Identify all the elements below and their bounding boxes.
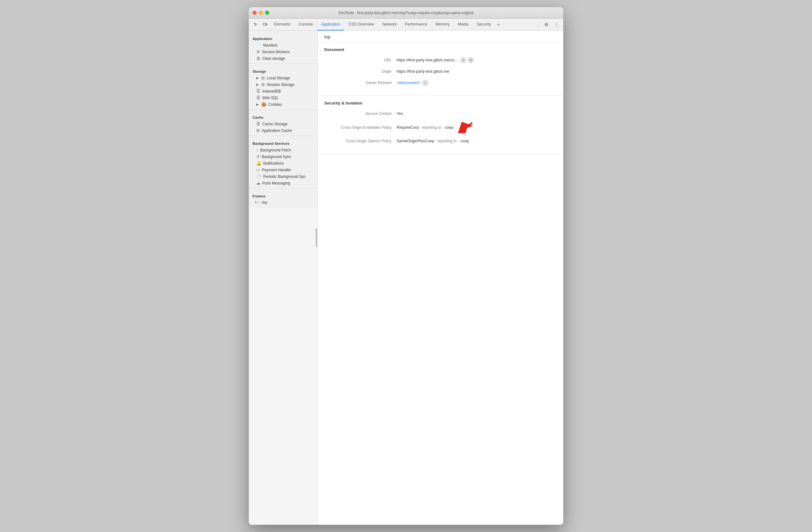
cookies-arrow-icon: ▶ — [256, 103, 259, 106]
owner-element-link[interactable]: <#document> — [396, 81, 420, 85]
sidebar-item-indexeddb[interactable]: 🗄 IndexedDB — [249, 88, 318, 95]
sidebar-item-clear-storage[interactable]: 🗑 Clear storage — [249, 55, 318, 62]
coop-reporting-value: coop — [460, 139, 469, 143]
coop-policy-value: SameOriginPlusCoep — [396, 139, 434, 143]
manifest-icon: 📄 — [256, 43, 261, 47]
cookies-icon: 🍪 — [261, 102, 266, 107]
device-toolbar-button[interactable] — [261, 20, 270, 29]
divider-1 — [249, 64, 318, 64]
indexeddb-icon: 🗄 — [256, 89, 260, 94]
sidebar-item-push-messaging[interactable]: ☁ Push Messaging — [249, 180, 318, 186]
more-tabs-button[interactable]: » — [495, 18, 502, 30]
coep-label: Cross-Origin Embedder Policy — [324, 125, 396, 130]
inspect-element-button[interactable] — [251, 20, 260, 29]
devtools-window: DevTools - first-party-test.glitch.me/co… — [249, 7, 563, 525]
svg-text:i: i — [425, 82, 426, 84]
page-title: top — [324, 34, 557, 39]
owner-element-label: Owner Element — [324, 81, 396, 85]
secure-context-field-row: Secure Context Yes — [324, 110, 557, 117]
sidebar-item-cache-storage[interactable]: 🗄 Cache Storage — [249, 121, 318, 127]
coop-reporting-label: reporting to: — [436, 139, 459, 143]
tab-network[interactable]: Network — [378, 18, 400, 30]
coop-value: SameOriginPlusCoep reporting to: coop — [396, 139, 469, 143]
document-section-title: Document — [324, 47, 557, 52]
session-storage-arrow-icon: ▶ — [256, 83, 259, 86]
sidebar-section-application: Application — [249, 33, 318, 42]
sidebar-item-top-frame[interactable]: ▼ □ top — [249, 199, 318, 206]
sidebar-section-storage: Storage — [249, 66, 318, 74]
toolbar-separator — [539, 22, 539, 28]
cache-storage-icon: 🗄 — [256, 122, 260, 126]
divider-4 — [249, 188, 318, 188]
sidebar-item-background-sync[interactable]: ↺ Background Sync — [249, 153, 318, 160]
sidebar-section-background-services: Background Services — [249, 138, 318, 147]
coep-field-row: Cross-Origin Embedder Policy RequireCorp… — [324, 121, 557, 134]
sidebar-section-cache: Cache — [249, 112, 318, 121]
tab-application[interactable]: Application — [317, 18, 344, 30]
secure-context-value: Yes — [396, 111, 403, 116]
local-storage-icon: ⊞ — [261, 75, 265, 80]
sidebar-item-web-sql[interactable]: 🗄 Web SQL — [249, 95, 318, 101]
sidebar-item-cookies[interactable]: ▶ 🍪 Cookies — [249, 101, 318, 108]
origin-field-row: Origin https://first-party-test.glitch.m… — [324, 68, 557, 75]
settings-button[interactable]: ⚙ — [542, 20, 551, 29]
origin-label: Origin — [324, 69, 396, 74]
security-section-title: Security & Isolation — [324, 101, 557, 106]
origin-value: https://first-party-test.glitch.me — [396, 69, 449, 74]
sidebar-item-periodic-background-sync[interactable]: 🕐 Periodic Background Syn — [249, 173, 318, 180]
sidebar-item-manifest[interactable]: 📄 Manifest — [249, 42, 318, 48]
coep-policy-value: RequireCorp — [396, 125, 419, 130]
red-arrow-annotation — [458, 122, 473, 134]
more-options-button[interactable]: ⋮ — [552, 20, 561, 29]
svg-rect-1 — [266, 24, 267, 25]
owner-element-info-icon[interactable]: i — [422, 80, 428, 86]
security-section: Security & Isolation Secure Context Yes … — [318, 96, 563, 154]
sidebar-item-background-fetch[interactable]: ↕ Background Fetch — [249, 147, 318, 153]
sidebar-item-notifications[interactable]: 🔔 Notifications — [249, 160, 318, 167]
clear-storage-icon: 🗑 — [256, 56, 260, 61]
background-fetch-icon: ↕ — [256, 148, 259, 152]
local-storage-arrow-icon: ▶ — [256, 76, 259, 80]
tab-console[interactable]: Console — [295, 18, 317, 30]
periodic-background-sync-icon: 🕐 — [256, 174, 261, 179]
payment-handler-icon: ▭ — [256, 167, 260, 172]
sidebar-scrollbar[interactable] — [315, 30, 318, 525]
tab-performance[interactable]: Performance — [401, 18, 431, 30]
maximize-button[interactable] — [265, 11, 269, 15]
window-title: DevTools - first-party-test.glitch.me/co… — [338, 11, 474, 15]
sidebar-item-payment-handler[interactable]: ▭ Payment Handler — [249, 167, 318, 173]
web-sql-icon: 🗄 — [256, 95, 260, 100]
service-workers-icon: ⚙ — [256, 50, 260, 54]
background-sync-icon: ↺ — [256, 154, 260, 159]
push-messaging-icon: ☁ — [256, 181, 260, 185]
svg-point-3 — [469, 59, 472, 61]
close-button[interactable] — [252, 11, 257, 15]
tab-css-overview[interactable]: CSS Overview — [345, 18, 378, 30]
sidebar-scrollbar-thumb — [316, 228, 317, 247]
session-storage-icon: ⊞ — [261, 82, 265, 87]
content-area: top Document URL https://first-party-tes… — [318, 30, 563, 525]
url-link-icon[interactable] — [460, 57, 466, 63]
url-reload-icon[interactable] — [468, 57, 474, 63]
minimize-button[interactable] — [259, 11, 263, 15]
secure-context-label: Secure Context — [324, 111, 396, 116]
tab-media[interactable]: Media — [454, 18, 472, 30]
application-cache-icon: ⊞ — [256, 128, 260, 133]
url-label: URL — [324, 58, 396, 62]
titlebar: DevTools - first-party-test.glitch.me/co… — [249, 7, 563, 18]
tab-memory[interactable]: Memory — [432, 18, 453, 30]
notifications-icon: 🔔 — [256, 161, 261, 166]
owner-element-value: <#document> i — [396, 80, 428, 86]
tab-security[interactable]: Security — [473, 18, 495, 30]
sidebar-item-session-storage[interactable]: ▶ ⊞ Session Storage — [249, 81, 318, 88]
toolbar: Elements Console Application CSS Overvie… — [249, 18, 563, 30]
main-layout: Application 📄 Manifest ⚙ Service Workers… — [249, 30, 563, 525]
sidebar-item-local-storage[interactable]: ▶ ⊞ Local Storage — [249, 74, 318, 81]
divider-2 — [249, 110, 318, 110]
sidebar-item-service-workers[interactable]: ⚙ Service Workers — [249, 48, 318, 55]
sidebar-section-frames: Frames — [249, 191, 318, 199]
sidebar-item-application-cache[interactable]: ⊞ Application Cache — [249, 127, 318, 134]
sidebar: Application 📄 Manifest ⚙ Service Workers… — [249, 30, 318, 208]
top-frame-arrow-icon: ▼ — [255, 201, 257, 204]
tab-elements[interactable]: Elements — [270, 18, 294, 30]
